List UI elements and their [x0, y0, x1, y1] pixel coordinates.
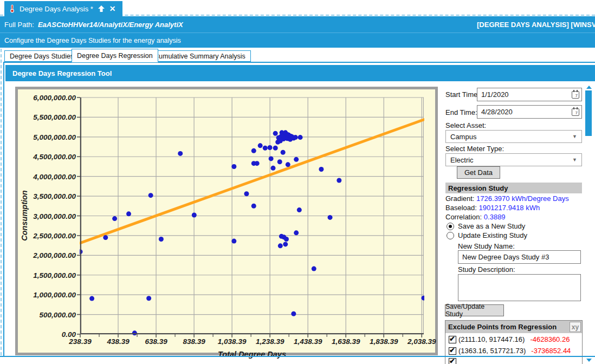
full-path-label: Full Path: — [4, 21, 34, 29]
x-tick-label: 1,838.39 — [370, 337, 398, 346]
study-description-label: Study Description: — [458, 265, 515, 274]
exclude-points-title: Exclude Points from Regression — [448, 323, 557, 331]
select-meter-type-label: Select Meter Type: — [445, 145, 504, 153]
x-tick-label: 2,038.39 — [408, 337, 436, 346]
x-tick-label: 1,038.39 — [218, 337, 247, 346]
x-tick-label: 438.39 — [107, 337, 129, 346]
y-tick-label: 6,000,000.00 — [33, 94, 76, 102]
y-tick-label: 2,500,000.00 — [33, 231, 76, 239]
y-tick-label: 1,500,000.00 — [33, 271, 76, 279]
tab-degree-days-regression[interactable]: Degree Days Regression — [72, 49, 158, 62]
full-path-value: EaASCtoHHVer14/AnalytiX/Energy AnalytiX — [38, 21, 183, 29]
get-data-button[interactable]: Get Data — [457, 166, 500, 179]
exclude-point-coordinates: (2111.10, 917447.16) — [458, 335, 525, 343]
correlation-row: Correlation: 0.3889 — [445, 213, 506, 221]
x-axis-title: Total Degree Days — [80, 350, 424, 359]
xy-toggle-button[interactable]: xy — [570, 322, 581, 332]
tab-cumulative-summary-analysis[interactable]: Cumulative Summary Analysis — [148, 50, 251, 62]
asset-dropdown[interactable]: Campus ▼ — [445, 130, 582, 143]
panel-bottom-border — [0, 356, 595, 357]
baseload-label: Baseload: — [445, 204, 477, 212]
tab-degree-days-studies[interactable]: Degree Days Studies — [4, 50, 79, 62]
start-time-label: Start Time: — [445, 90, 480, 99]
save-update-study-button[interactable]: Save/Update Study — [445, 304, 504, 316]
exclude-point-checkbox[interactable] — [449, 336, 456, 343]
scrollbar-down-arrow[interactable] — [586, 359, 592, 362]
exclude-point-checkbox[interactable] — [449, 358, 456, 364]
new-study-name-label: New Study Name: — [458, 242, 515, 250]
radio-update-label: Update Existing Study — [458, 231, 527, 239]
study-description-textarea[interactable] — [458, 274, 581, 301]
radio-icon[interactable] — [447, 232, 454, 239]
x-tick-label: 838.39 — [183, 337, 205, 346]
scrollbar-thumb[interactable] — [585, 90, 592, 136]
x-tick-label: 638.39 — [145, 337, 167, 346]
exclude-point-row — [445, 356, 582, 364]
exclude-points-header: Exclude Points from Regression xy — [445, 321, 582, 333]
full-path-bar: Full Path: EaASCtoHHVer14/AnalytiX/Energ… — [0, 16, 595, 32]
x-tick-label: 1,638.39 — [332, 337, 360, 346]
exclude-points-panel: Exclude Points from Regression xy (2111.… — [445, 320, 583, 364]
exclude-point-deviation: -4628360.26 — [530, 335, 570, 343]
tab-label: Cumulative Summary Analysis — [154, 53, 245, 60]
correlation-value: 0.3889 — [484, 213, 506, 221]
document-tab[interactable]: Degree Days Analysis * ✕ — [4, 1, 122, 16]
start-time-input[interactable] — [477, 88, 582, 101]
tab-label: Degree Days Studies — [10, 53, 74, 60]
y-tick-label: 500,000.00 — [39, 310, 76, 318]
radio-save-new-study[interactable]: Save as a New Study — [447, 222, 525, 230]
y-axis-tick-labels: 0.00500,000.001,000,000.001,500,000.002,… — [18, 98, 76, 334]
exclude-point-coordinates: (1363.16, 517721.73) — [458, 347, 526, 355]
end-time-calendar-icon[interactable]: 7 — [572, 108, 579, 116]
pin-up-icon[interactable] — [98, 5, 105, 12]
window-context-title: [DEGREE DAYS ANALYSIS] [WINSVR2017 — [477, 16, 595, 32]
end-time-input[interactable] — [477, 105, 582, 119]
radio-icon[interactable] — [447, 223, 454, 230]
x-tick-label: 238.39 — [69, 337, 91, 346]
x-axis-tick-labels: 238.39438.39638.39838.391,038.391,238.39… — [80, 337, 424, 348]
radio-update-existing-study[interactable]: Update Existing Study — [447, 231, 527, 239]
document-tab-title: Degree Days Analysis * — [20, 5, 93, 13]
gradient-row: Gradient: 1726.3970 kWh/Degree Days — [445, 194, 569, 203]
gradient-value: 1726.3970 kWh/Degree Days — [476, 194, 569, 203]
subtitle-bar: Configure the Degree Days Studies for th… — [0, 32, 595, 48]
y-tick-label: 1,000,000.00 — [33, 291, 76, 299]
meter-type-dropdown-value: Electric — [450, 156, 474, 164]
exclude-point-row: (2111.10, 917447.16)-4628360.26 — [445, 333, 582, 344]
panel-title: Degree Days Regression Tool — [12, 69, 112, 77]
subtitle-text: Configure the Degree Days Studies for th… — [4, 37, 181, 44]
x-tick-label: 1,438.39 — [294, 337, 322, 346]
baseload-value: 1901217.9418 kWh — [478, 204, 540, 212]
meter-type-dropdown[interactable]: Electric ▼ — [445, 153, 582, 166]
regression-chart: Consumption 0.00500,000.001,000,000.001,… — [15, 87, 438, 355]
y-tick-label: 5,500,000.00 — [33, 113, 76, 121]
regression-study-header: Regression Study — [445, 183, 582, 193]
y-tick-label: 3,000,000.00 — [33, 212, 76, 220]
new-study-name-input[interactable] — [458, 250, 581, 264]
end-time-label: End Time: — [445, 108, 477, 116]
panel-header: Degree Days Regression Tool — [5, 65, 595, 81]
tab-label: Degree Days Regression — [77, 52, 153, 60]
baseload-row: Baseload: 1901217.9418 kWh — [445, 204, 540, 212]
scatter-plot-area[interactable] — [80, 98, 424, 334]
exclude-point-checkbox[interactable] — [449, 347, 456, 355]
asset-dropdown-value: Campus — [450, 133, 476, 141]
chevron-down-icon: ▼ — [572, 157, 577, 162]
y-tick-label: 2,000,000.00 — [33, 251, 76, 259]
left-dashed-border — [1, 49, 2, 355]
y-tick-label: 4,000,000.00 — [33, 172, 76, 180]
select-asset-label: Select Asset: — [445, 121, 486, 129]
close-icon[interactable]: ✕ — [109, 4, 116, 13]
degree-days-analysis-window: Degree Days Analysis * ✕ Full Path: EaAS… — [0, 0, 595, 364]
y-tick-label: 4,500,000.00 — [33, 153, 76, 161]
thermometer-icon — [9, 4, 15, 13]
x-tick-label: 1,238.39 — [256, 337, 284, 346]
left-panel-border — [3, 62, 4, 356]
radio-save-new-label: Save as a New Study — [458, 222, 525, 230]
y-tick-label: 3,500,000.00 — [33, 192, 76, 200]
chevron-down-icon: ▼ — [572, 134, 577, 139]
start-time-calendar-icon[interactable]: 7 — [572, 91, 579, 99]
exclude-point-deviation: -3736852.44 — [531, 347, 571, 355]
exclude-point-row: (1363.16, 517721.73)-3736852.44 — [445, 344, 582, 356]
scrollbar-up-arrow[interactable] — [586, 86, 592, 89]
